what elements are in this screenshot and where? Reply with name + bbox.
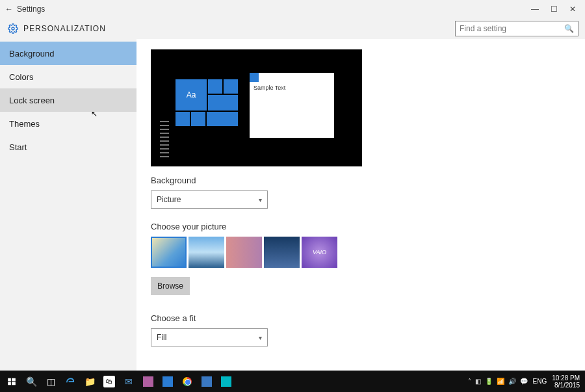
svg-rect-3: [8, 382, 11, 385]
sidebar-item-label: Background: [9, 49, 54, 59]
action-center-icon[interactable]: 💬: [520, 378, 528, 385]
sidebar-item-label: Colors: [9, 72, 34, 82]
window-title: Settings: [17, 5, 531, 14]
sidebar-item-label: Lock screen: [9, 96, 55, 105]
pinned-app-3[interactable]: [198, 372, 216, 391]
thumb-vaio-purple[interactable]: [302, 237, 337, 268]
sidebar-item-background[interactable]: Background: [0, 42, 136, 65]
pinned-app-1[interactable]: [139, 372, 157, 391]
chevron-down-icon: ▾: [259, 196, 262, 203]
store-icon[interactable]: 🛍: [100, 372, 118, 391]
sidebar-item-themes[interactable]: Themes: [0, 112, 136, 135]
battery-icon[interactable]: 🔋: [485, 378, 493, 385]
mail-icon[interactable]: ✉: [120, 372, 138, 391]
chevron-down-icon: ▾: [259, 334, 262, 341]
preview-taskbar: [151, 159, 362, 166]
sidebar: Background Colors Lock screen Themes Sta…: [0, 39, 136, 371]
taskbar-left: 🔍 ◫ 📁 🛍 ✉: [0, 372, 235, 391]
chrome-icon[interactable]: [178, 372, 196, 391]
pinned-app-4[interactable]: [217, 372, 235, 391]
close-button[interactable]: ✕: [569, 5, 576, 14]
background-combo[interactable]: Picture ▾: [151, 190, 268, 209]
svg-rect-4: [12, 382, 16, 385]
minimize-button[interactable]: —: [531, 5, 539, 14]
pinned-app-2[interactable]: [159, 372, 177, 391]
system-tray[interactable]: ˄ ◧ 🔋 📶 🔊 💬: [468, 378, 528, 385]
taskbar-date: 8/1/2015: [552, 382, 580, 389]
picture-thumbnails: [151, 237, 571, 268]
preview-sample-text: Sample Text: [250, 82, 334, 94]
body: Background Colors Lock screen Themes Sta…: [0, 39, 585, 371]
gear-icon: [6, 22, 20, 35]
sidebar-item-label: Start: [9, 142, 27, 152]
tray-chevron-icon[interactable]: ˄: [468, 378, 471, 385]
settings-window: ← Settings — ☐ ✕ PERSONALIZATION 🔍 Backg…: [0, 0, 585, 371]
header-row: PERSONALIZATION 🔍: [0, 18, 585, 39]
svg-rect-2: [12, 378, 16, 381]
search-input[interactable]: [460, 24, 564, 33]
tray-icon[interactable]: ◧: [475, 378, 481, 385]
preview-tile-aa: Aa: [176, 79, 207, 111]
task-view-icon[interactable]: ◫: [42, 372, 60, 391]
taskbar-clock[interactable]: 10:28 PM 8/1/2015: [552, 374, 580, 389]
browse-button[interactable]: Browse: [151, 277, 190, 295]
file-explorer-icon[interactable]: 📁: [81, 372, 99, 391]
volume-icon[interactable]: 🔊: [508, 378, 516, 385]
search-icon: 🔍: [564, 24, 574, 33]
fit-combo[interactable]: Fill ▾: [151, 328, 268, 346]
taskbar-right: ˄ ◧ 🔋 📶 🔊 💬 ENG 10:28 PM 8/1/2015: [468, 374, 585, 389]
thumb-windows-hero[interactable]: [151, 237, 187, 268]
sidebar-item-label: Themes: [9, 119, 40, 129]
content-pane: Aa Sample Text Background Picture ▾ Choo…: [136, 39, 585, 371]
network-icon[interactable]: 📶: [497, 378, 504, 385]
fit-combo-value: Fill: [157, 333, 166, 342]
sidebar-item-start[interactable]: Start: [0, 135, 136, 159]
window-controls: — ☐ ✕: [531, 5, 580, 14]
thumb-portrait-2[interactable]: [264, 237, 300, 268]
background-combo-value: Picture: [157, 195, 181, 204]
back-button[interactable]: ←: [5, 5, 17, 14]
search-box[interactable]: 🔍: [455, 21, 578, 36]
svg-rect-1: [8, 378, 11, 381]
thumb-beach[interactable]: [188, 237, 224, 268]
language-indicator[interactable]: ENG: [533, 378, 547, 385]
sidebar-item-colors[interactable]: Colors: [0, 65, 136, 88]
preview-app-list: [160, 121, 169, 157]
sidebar-item-lock-screen[interactable]: Lock screen: [0, 88, 136, 112]
titlebar: ← Settings — ☐ ✕: [0, 0, 585, 18]
os-taskbar: 🔍 ◫ 📁 🛍 ✉ ˄ ◧ 🔋 📶 🔊 💬 ENG 10:28 PM 8/1/2…: [0, 371, 585, 392]
background-label: Background: [151, 176, 571, 185]
breadcrumb: PERSONALIZATION: [23, 24, 455, 33]
thumb-portrait-1[interactable]: [226, 237, 262, 268]
preview-sample-window: Sample Text: [250, 73, 334, 138]
taskbar-time: 10:28 PM: [552, 374, 580, 382]
choose-fit-label: Choose a fit: [151, 313, 571, 323]
start-button[interactable]: [3, 372, 21, 391]
desktop-preview: Aa Sample Text: [151, 49, 362, 166]
search-icon[interactable]: 🔍: [22, 372, 40, 391]
preview-start-tiles: Aa: [176, 79, 235, 157]
edge-icon[interactable]: [61, 372, 79, 391]
maximize-button[interactable]: ☐: [551, 5, 558, 14]
svg-point-0: [12, 27, 14, 30]
choose-picture-label: Choose your picture: [151, 222, 571, 231]
